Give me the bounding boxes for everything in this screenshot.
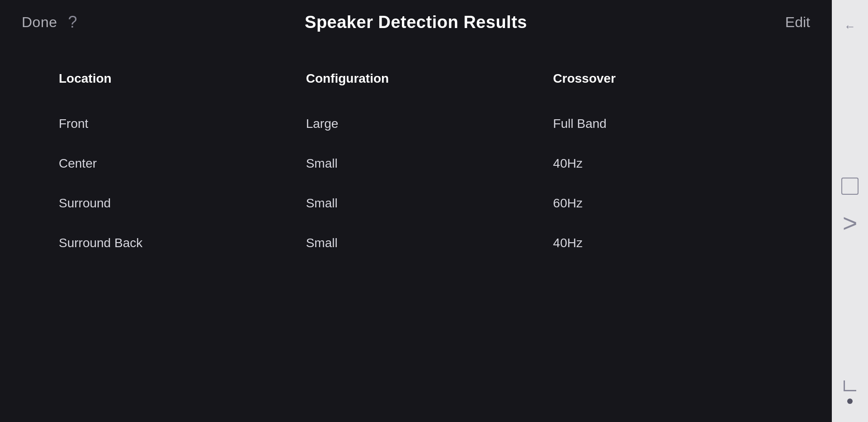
sidebar-middle: >	[841, 178, 859, 238]
done-button[interactable]: Done	[22, 14, 57, 31]
cell-location-0: Front	[45, 117, 292, 131]
cell-crossover-0: Full Band	[539, 117, 787, 131]
next-arrow-icon[interactable]: >	[843, 208, 858, 238]
table-row: Surround Back Small 40Hz	[45, 223, 787, 263]
page-title: Speaker Detection Results	[305, 13, 527, 32]
cell-crossover-2: 60Hz	[539, 196, 787, 211]
main-panel: Done ? Speaker Detection Results Edit Lo…	[0, 0, 832, 422]
cell-configuration-3: Small	[292, 236, 540, 250]
cell-crossover-3: 40Hz	[539, 236, 787, 250]
sidebar-top: ←	[843, 18, 857, 35]
sidebar: ← >	[832, 0, 868, 422]
back-arrow-icon[interactable]: ←	[844, 18, 856, 35]
box-icon	[841, 178, 859, 195]
cell-configuration-0: Large	[292, 117, 540, 131]
table-row: Surround Small 60Hz	[45, 183, 787, 223]
col-header-configuration: Configuration	[292, 71, 540, 86]
col-header-location: Location	[45, 71, 292, 86]
header: Done ? Speaker Detection Results Edit	[0, 0, 832, 44]
table-header: Location Configuration Crossover	[45, 62, 787, 99]
table-row: Front Large Full Band	[45, 104, 787, 144]
sidebar-bottom	[844, 380, 856, 404]
cell-location-1: Center	[45, 156, 292, 171]
l-shape-icon	[844, 380, 856, 391]
indicator-dot	[847, 399, 853, 404]
table-row: Center Small 40Hz	[45, 144, 787, 183]
cell-configuration-1: Small	[292, 156, 540, 171]
cell-location-3: Surround Back	[45, 236, 292, 250]
results-table: Location Configuration Crossover Front L…	[0, 44, 832, 422]
cell-configuration-2: Small	[292, 196, 540, 211]
cell-crossover-1: 40Hz	[539, 156, 787, 171]
header-left: Done ?	[22, 13, 77, 32]
cell-location-2: Surround	[45, 196, 292, 211]
help-icon[interactable]: ?	[68, 13, 77, 32]
col-header-crossover: Crossover	[539, 71, 787, 86]
edit-button[interactable]: Edit	[785, 14, 810, 31]
